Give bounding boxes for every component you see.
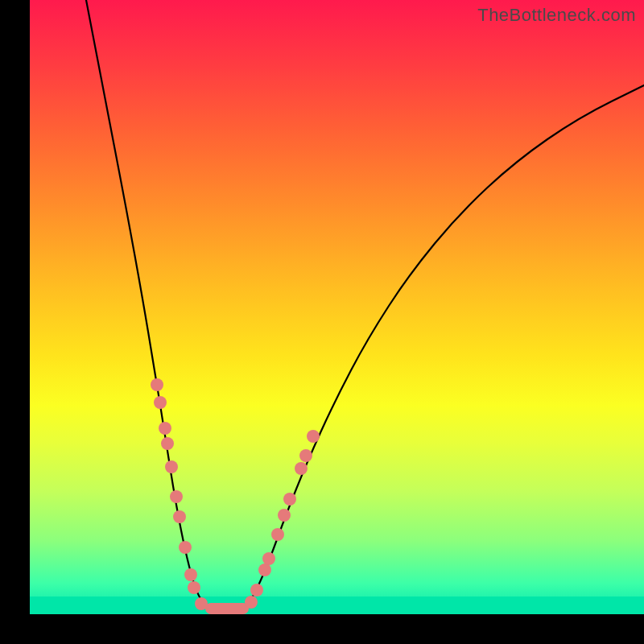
curve-right-branch xyxy=(243,85,644,609)
data-point-dot xyxy=(170,490,183,503)
data-point-dot xyxy=(262,552,275,565)
data-point-dot xyxy=(250,584,263,597)
curve-left-branch xyxy=(86,0,211,609)
data-point-dot xyxy=(161,437,174,450)
data-point-dot xyxy=(188,581,200,594)
data-point-dot xyxy=(179,541,192,554)
data-point-dot xyxy=(159,422,171,435)
data-point-dot xyxy=(307,430,320,443)
data-point-dot xyxy=(195,597,208,610)
data-point-dot xyxy=(154,396,167,409)
data-point-dot xyxy=(295,462,308,475)
data-point-dot xyxy=(184,568,197,581)
plot-area: TheBottleneck.com xyxy=(30,0,644,614)
data-point-dot xyxy=(258,564,271,576)
chart-frame: TheBottleneck.com xyxy=(0,0,644,644)
data-point-dot xyxy=(151,378,163,391)
data-point-dot xyxy=(278,509,291,522)
data-point-dot xyxy=(271,528,284,541)
data-point-dot xyxy=(283,493,296,506)
bottleneck-curve xyxy=(30,0,644,614)
data-point-dot xyxy=(165,460,178,473)
data-point-dot xyxy=(245,596,258,609)
watermark-text: TheBottleneck.com xyxy=(477,5,636,26)
data-point-dot xyxy=(173,510,186,523)
data-point-dot xyxy=(299,449,312,462)
